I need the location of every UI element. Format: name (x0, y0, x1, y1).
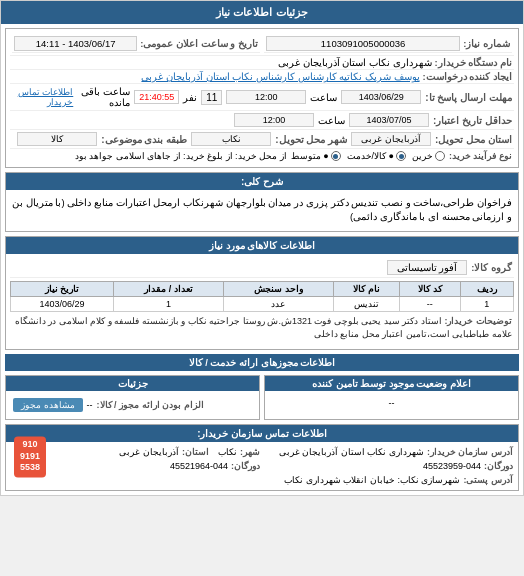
nafar-val: 11 (201, 90, 222, 105)
table-cell: 1 (114, 296, 224, 311)
shahr-contact-val: نکاب (218, 447, 237, 457)
radio-kharin[interactable] (435, 151, 445, 161)
shomare-row: شماره نیاز: 1103091005000036 (264, 35, 512, 53)
adrs-label: آدرس پستی: (464, 475, 514, 485)
tel1-label: دورگان: (484, 461, 513, 471)
shahr-val: نکاب (191, 132, 271, 146)
nam-dastgah-label: نام دستگاه خریدار: (435, 57, 512, 68)
hadeaghal-row: حداقل تاریخ اعتبار: 1403/07/05 ساعت 12:0… (10, 111, 514, 130)
sarfaraz-label: آدرس سازمان خریدار: (427, 447, 513, 457)
view-mojoz-button[interactable]: مشاهده مجوز (13, 398, 83, 412)
page-header: جزئیات اطلاعات نیاز (1, 1, 523, 24)
ostan-shahr-row: استان محل تحویل: آذربایجان غربی شهر محل … (10, 130, 514, 149)
mahal-text: از محل خرید: از بلوغ خرید: از جاهای اسلا… (75, 151, 287, 161)
table-cell: تندیس (333, 296, 399, 311)
tabe-val: کالا (17, 132, 97, 146)
option-kala[interactable]: ● کالا/خدمت (347, 151, 406, 161)
bottom-right-box: اعلام وضعیت موجود توسط تامین کننده -- (264, 375, 519, 420)
contact-grid: آدرس سازمان خریدار: شهرداری نکاب استان آ… (10, 446, 514, 486)
ejad-row: ایجاد کننده درخواست: یوسف شریک نکاتیه کا… (10, 70, 514, 84)
nafar-label: نفر (183, 92, 197, 103)
nam-dastgah-row: نام دستگاه خریدار: شهرداری نکاب استان آذ… (10, 56, 514, 70)
sherh-title: شرح کلی: (6, 173, 518, 190)
tel2-label: دورگان: (231, 461, 260, 471)
tarikh-label: تاریخ و ساعت اعلان عمومی: (140, 38, 258, 49)
ostan-val: آذربایجان غربی (351, 132, 431, 146)
table-cell: 1403/06/29 (11, 296, 114, 311)
option-kharin[interactable]: خرین (412, 151, 445, 161)
option-kharin-label: خرین (412, 151, 433, 161)
shomare-val: 1103091005000036 (266, 36, 460, 51)
hadeaghal-date: 1403/07/05 (349, 113, 429, 127)
info-kala-label: اطلاعات مجوزهای ارائه خدمت / کالا (189, 357, 336, 368)
shahr-label: شهر محل تحویل: (275, 134, 347, 145)
mohlat-row: مهلت ارسال پاسخ تا: 1403/06/29 ساعت 12:0… (10, 84, 514, 111)
mohlat-date: 1403/06/29 (341, 90, 421, 104)
info-kala-bar: اطلاعات مجوزهای ارائه خدمت / کالا (5, 354, 519, 371)
ostan-contact-label: استان: (182, 447, 209, 457)
radio-motavasset[interactable] (331, 151, 341, 161)
mohlat-label: مهلت ارسال پاسخ تا: (425, 92, 512, 103)
tabe-label: طبقه بندی موضوعی: (101, 134, 187, 145)
col-kod: کد کالا (400, 281, 460, 296)
shomare-label: شماره نیاز: (463, 38, 510, 49)
option-motavasset-label: ● متوسط (291, 151, 329, 161)
radio-kala[interactable] (396, 151, 406, 161)
ejad-val[interactable]: یوسف شریک نکاتیه کارشناس کارشناس نکاب اس… (12, 71, 420, 82)
bottom-left-title: جزئیات (6, 376, 259, 391)
toz-content: استاد دکتر سید یحیی بلوچی فوت 1321ش.ش رو… (15, 316, 512, 340)
group-label: گروه کالا: (471, 262, 512, 273)
option-kala-label: ● کالا/خدمت (347, 151, 394, 161)
alzam-val: -- (87, 400, 93, 410)
group-row: گروه کالا: آفور تاسیساتی (10, 258, 514, 278)
tel1-val: 45523959-044 (423, 461, 481, 471)
nam-dastgah-val: شهرداری نکاب استان آذربایجان غربی (12, 57, 432, 68)
sherh-section: شرح کلی: فراخوان طراحی،ساخت و نصب تندیس … (5, 172, 519, 232)
bottom-right-dash: -- (389, 398, 395, 408)
adrs-row: آدرس پستی: شهرسازی نکاب: خیابان انقلاب ش… (10, 474, 514, 486)
col-tarikh: تاریخ نیاز (11, 281, 114, 296)
ostan-contact-val: آذربایجان غربی (119, 447, 179, 457)
shahr-contact-row: شهر: نکاب استان: آذربایجان غربی (10, 446, 261, 458)
naghshe-row: نوع فرآیند خرید: خرین ● کالا/خدمت ● متوس… (10, 149, 514, 163)
table-cell: 1 (460, 296, 513, 311)
tel1-row: دورگان: 45523959-044 (263, 460, 514, 472)
table-cell: عدد (223, 296, 333, 311)
etemad-link[interactable]: اطلاعات تماس خریدار (12, 87, 73, 107)
tel2-row: دورگان: 45521964-044 (10, 460, 261, 472)
kalaha-title: اطلاعات کالاهای مورد نیاز (6, 237, 518, 254)
col-tedad: تعداد / مقدار (114, 281, 224, 296)
group-val: آفور تاسیساتی (387, 260, 467, 275)
toz-label: توضیحات خریدار: (445, 316, 513, 326)
sarfaraz-val: شهرداری نکاب استان آذربایجان غربی (279, 447, 424, 457)
hadeaghal-label: حداقل تاریخ اعتبار: (433, 115, 512, 126)
option-motavasset[interactable]: ● متوسط (291, 151, 341, 161)
col-radif: ردیف (460, 281, 513, 296)
hadeaghal-saat: 12:00 (234, 113, 314, 127)
bottom-sections: اعلام وضعیت موجود توسط تامین کننده -- جز… (5, 375, 519, 420)
baqi-label: ساعت باقی مانده (77, 86, 130, 108)
manfi-val: 21:40:55 (134, 90, 179, 104)
col-vahed: واحد سنجش (223, 281, 333, 296)
bottom-left-box: جزئیات الزام بودن ارائه مجوز / کالا: -- … (5, 375, 260, 420)
toz-row: توضیحات خریدار: استاد دکتر سید یحیی بلوچ… (10, 312, 514, 345)
bottom-left-content: الزام بودن ارائه مجوز / کالا: -- مشاهده … (9, 394, 256, 416)
table-row: 1--تندیسعدد11403/06/29 (11, 296, 514, 311)
alzam-label: الزام بودن ارائه مجوز / کالا: (97, 400, 204, 410)
table-cell: -- (400, 296, 460, 311)
phone-badge: 91091915538 (14, 436, 46, 477)
tel2-val: 45521964-044 (170, 461, 228, 471)
sherh-content: فراخوان طراحی،ساخت و نصب تندیس دکتر پزری… (10, 194, 514, 227)
col-nam: نام کالا (333, 281, 399, 296)
kalaha-section: اطلاعات کالاهای مورد نیاز گروه کالا: آفو… (5, 236, 519, 350)
contact-section: اطلاعات تماس سازمان خریدار: آدرس سازمان … (5, 424, 519, 491)
sarfaraz-row: آدرس سازمان خریدار: شهرداری نکاب استان آ… (263, 446, 514, 458)
contact-title: اطلاعات تماس سازمان خریدار: (6, 425, 518, 442)
ejad-label: ایجاد کننده درخواست: (423, 71, 512, 82)
tarikh-row: تاریخ و ساعت اعلان عمومی: 1403/06/17 - 1… (12, 35, 260, 53)
saat-label: ساعت (310, 92, 337, 103)
bottom-right-title: اعلام وضعیت موجود توسط تامین کننده (265, 376, 518, 391)
table-header-row: ردیف کد کالا نام کالا واحد سنجش تعداد / … (11, 281, 514, 296)
mohlat-saat: 12:00 (226, 90, 306, 104)
main-info-section: شماره نیاز: 1103091005000036 تاریخ و ساع… (5, 28, 519, 168)
